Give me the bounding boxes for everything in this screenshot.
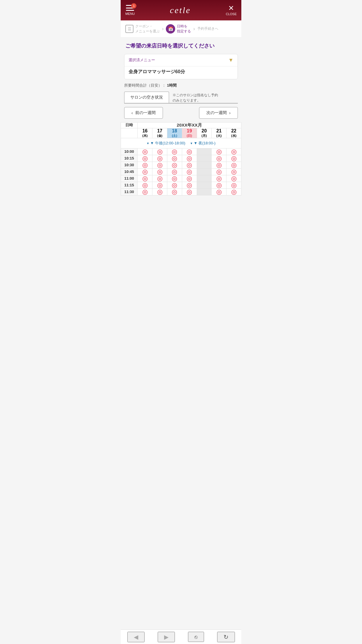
slot-10:00-day4 xyxy=(197,148,212,155)
time-slot-row-10:45: 10:45◎◎◎◎◎◎ xyxy=(121,168,241,175)
slot-11:15-day1[interactable]: ◎ xyxy=(152,182,167,188)
slot-10:30-day0[interactable]: ◎ xyxy=(138,162,152,168)
slot-10:45-day0[interactable]: ◎ xyxy=(138,168,152,175)
slot-11:15-day5[interactable]: ◎ xyxy=(212,182,226,188)
next-arrow-icon: › xyxy=(229,111,231,115)
breadcrumb-step1: ☰ クーポン・メニューを選ぶ xyxy=(125,24,160,34)
app-logo: cetle xyxy=(170,5,191,15)
breadcrumb-step2-label: 日時を指定する xyxy=(177,24,191,34)
day-header-22: 22(水) xyxy=(226,128,241,138)
slot-11:00-day5[interactable]: ◎ xyxy=(212,175,226,182)
slot-11:15-day3[interactable]: ◎ xyxy=(182,182,197,188)
slot-11:00-day1[interactable]: ◎ xyxy=(152,175,167,182)
available-icon: ◎ xyxy=(187,182,192,188)
slot-11:00-day0[interactable]: ◎ xyxy=(138,175,152,182)
slot-11:15-day0[interactable]: ◎ xyxy=(138,182,152,188)
slot-11:30-day2[interactable]: ◎ xyxy=(167,188,182,195)
slot-10:30-day2[interactable]: ◎ xyxy=(167,162,182,168)
slot-10:15-day1[interactable]: ◎ xyxy=(152,155,167,162)
available-icon: ◎ xyxy=(216,148,222,155)
time-label-10:00: 10:00 xyxy=(121,148,138,155)
slot-10:15-day2[interactable]: ◎ xyxy=(167,155,182,162)
duration-row: 所要時間合計（目安）： 1時間 xyxy=(121,79,241,92)
available-icon: ◎ xyxy=(187,148,192,155)
page-title: ご希望の来店日時を選択してください xyxy=(125,42,237,49)
slot-10:00-day6[interactable]: ◎ xyxy=(226,148,241,155)
duration-value: 1時間 xyxy=(167,83,177,88)
available-icon: ◎ xyxy=(142,182,148,188)
slot-10:15-day5[interactable]: ◎ xyxy=(212,155,226,162)
breadcrumb: ☰ クーポン・メニューを選ぶ › 📅 日時を指定する › 予約手続きへ xyxy=(121,20,241,38)
menu-button[interactable]: 1 MENU xyxy=(125,5,135,15)
time-slot-row-10:00: 10:00◎◎◎◎◎◎ xyxy=(121,148,241,155)
slot-10:00-day0[interactable]: ◎ xyxy=(138,148,152,155)
available-icon: ◎ xyxy=(216,162,222,168)
prev-arrow-icon: ‹ xyxy=(131,111,133,115)
selected-menu-section: 選択済メニュー ▼ 全身アロママッサージ60分 xyxy=(124,54,238,79)
slot-11:30-day5[interactable]: ◎ xyxy=(212,188,226,195)
slot-10:00-day2[interactable]: ◎ xyxy=(167,148,182,155)
slot-10:45-day2[interactable]: ◎ xyxy=(167,168,182,175)
slot-10:30-day1[interactable]: ◎ xyxy=(152,162,167,168)
slot-10:30-day3[interactable]: ◎ xyxy=(182,162,197,168)
selected-menu-title: 選択済メニュー xyxy=(129,57,155,63)
slot-10:45-day4 xyxy=(197,168,212,175)
slot-10:30-day5[interactable]: ◎ xyxy=(212,162,226,168)
time-slot-row-11:00: 11:00◎◎◎◎◎◎ xyxy=(121,175,241,182)
slot-11:30-day3[interactable]: ◎ xyxy=(182,188,197,195)
available-icon: ◎ xyxy=(187,169,192,175)
next-week-button[interactable]: 次の一週間 › xyxy=(199,107,238,119)
slot-10:45-day1[interactable]: ◎ xyxy=(152,168,167,175)
day-header-21: 21(火) xyxy=(212,128,226,138)
slot-11:30-day4 xyxy=(197,188,212,195)
available-icon: ◎ xyxy=(172,169,177,175)
available-icon: ◎ xyxy=(172,148,177,155)
slot-11:00-day6[interactable]: ◎ xyxy=(226,175,241,182)
available-icon: ◎ xyxy=(157,148,163,155)
menu-badge: 1 xyxy=(131,3,136,8)
slot-10:45-day5[interactable]: ◎ xyxy=(212,168,226,175)
slot-10:15-day4 xyxy=(197,155,212,162)
slot-11:30-day6[interactable]: ◎ xyxy=(226,188,241,195)
available-icon: ◎ xyxy=(231,189,237,195)
slot-10:00-day5[interactable]: ◎ xyxy=(212,148,226,155)
time-filter-row: ▼ 午後(12:00-18:00)▼ 夜(18:00-) xyxy=(121,138,241,148)
available-icon: ◎ xyxy=(172,175,177,182)
available-icon: ◎ xyxy=(187,155,192,162)
slot-10:30-day6[interactable]: ◎ xyxy=(226,162,241,168)
day-header-19: 19(日) xyxy=(182,128,197,138)
slot-10:45-day3[interactable]: ◎ xyxy=(182,168,197,175)
datetime-header: 日時 xyxy=(121,122,138,128)
slot-10:45-day6[interactable]: ◎ xyxy=(226,168,241,175)
available-icon: ◎ xyxy=(216,175,222,182)
slot-11:00-day2[interactable]: ◎ xyxy=(167,175,182,182)
slot-10:00-day3[interactable]: ◎ xyxy=(182,148,197,155)
available-icon: ◎ xyxy=(231,175,237,182)
slot-11:15-day2[interactable]: ◎ xyxy=(167,182,182,188)
slot-10:30-day4 xyxy=(197,162,212,168)
time-filter-夜(18:00-)[interactable]: ▼ 夜(18:00-) xyxy=(190,141,216,146)
slot-10:15-day0[interactable]: ◎ xyxy=(138,155,152,162)
time-filter-午後(12:00-18:00)[interactable]: ▼ 午後(12:00-18:00) xyxy=(147,141,185,146)
time-label-11:15: 11:15 xyxy=(121,182,138,188)
time-label-11:00: 11:00 xyxy=(121,175,138,182)
available-icon: ◎ xyxy=(231,155,237,162)
slot-11:15-day6[interactable]: ◎ xyxy=(226,182,241,188)
prev-week-button[interactable]: ‹ 前の一週間 xyxy=(124,107,163,119)
slot-10:15-day6[interactable]: ◎ xyxy=(226,155,241,162)
slot-11:30-day0[interactable]: ◎ xyxy=(138,188,152,195)
empty-header xyxy=(121,128,138,138)
close-label: CLOSE xyxy=(226,12,237,16)
next-week-label: 次の一週間 xyxy=(206,110,227,116)
breadcrumb-step3-label: 予約手続きへ xyxy=(197,26,218,31)
slot-11:30-day1[interactable]: ◎ xyxy=(152,188,167,195)
slot-10:15-day3[interactable]: ◎ xyxy=(182,155,197,162)
salon-availability-tab[interactable]: サロンの空き状況 xyxy=(124,92,169,103)
slot-10:00-day1[interactable]: ◎ xyxy=(152,148,167,155)
close-button[interactable]: ✕ CLOSE xyxy=(226,5,237,16)
available-icon: ◎ xyxy=(187,162,192,168)
selected-menu-header[interactable]: 選択済メニュー ▼ xyxy=(124,54,238,66)
month-header: 20XX年XX月 xyxy=(138,122,241,128)
available-icon: ◎ xyxy=(172,182,177,188)
slot-11:00-day3[interactable]: ◎ xyxy=(182,175,197,182)
